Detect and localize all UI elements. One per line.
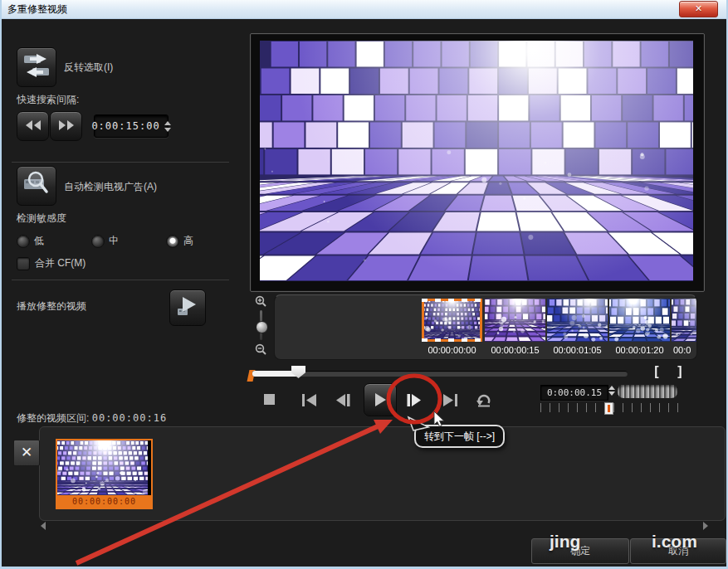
playback-timecode-value: 0:00:00.15	[547, 387, 602, 398]
zoom-out-icon[interactable]	[255, 343, 267, 359]
play-trimmed-button[interactable]	[169, 289, 206, 326]
stop-icon	[264, 394, 276, 406]
ok-button-label: 确定	[570, 544, 590, 558]
go-to-end-icon	[442, 394, 458, 406]
radio-icon	[17, 235, 30, 248]
mark-in-button[interactable]: [	[648, 363, 665, 380]
timeline-thumbnail-2[interactable]	[485, 299, 545, 342]
separator	[12, 280, 229, 280]
titlebar[interactable]: 多重修整视频	[2, 0, 726, 19]
timeline-zoom-knob[interactable]	[256, 321, 268, 333]
invert-selection-icon	[22, 51, 51, 84]
checkbox-icon[interactable]	[17, 257, 30, 270]
play-icon	[373, 392, 388, 407]
radio-icon	[166, 235, 179, 248]
thumbnail-timestamp: 00:00:00:00	[422, 345, 482, 355]
play-trimmed-label: 播放修整的视频	[17, 299, 86, 314]
sensitivity-high-label: 高	[183, 234, 193, 248]
detect-magnifier-icon	[21, 168, 52, 203]
trim-range-value: 00:00:00:16	[92, 412, 167, 424]
invert-selection-button[interactable]	[17, 47, 56, 87]
dialog-title: 多重修整视频	[7, 3, 67, 15]
thumbnail-timestamp: 00:00:01:05	[547, 345, 608, 355]
scroll-left-icon[interactable]	[41, 522, 46, 530]
timeline-thumbnail-1[interactable]	[422, 299, 482, 342]
thumbnail-timestamp: 00:00:00:15	[485, 345, 545, 355]
quick-search-interval-label: 快速搜索间隔:	[17, 93, 79, 107]
close-icon: ✕	[695, 3, 702, 13]
cancel-button-label: 取消	[668, 544, 688, 558]
merge-cf-checkbox-row[interactable]: 合并 CF(M)	[17, 256, 86, 270]
go-to-end-button[interactable]	[439, 391, 461, 408]
stop-button[interactable]	[259, 391, 281, 408]
merge-cf-label: 合并 CF(M)	[35, 256, 86, 270]
rewind-icon	[25, 119, 42, 134]
trim-range-label: 修整的视频区间:	[17, 412, 89, 424]
rewind-button[interactable]	[17, 111, 49, 141]
spinner-down-icon[interactable]	[164, 128, 171, 132]
next-frame-tooltip: 转到下一帧 [-->]	[414, 425, 505, 448]
delete-icon: ✕	[21, 445, 32, 460]
previous-frame-icon	[335, 394, 350, 406]
mark-out-button[interactable]: ]	[672, 363, 688, 380]
ok-button[interactable]: 确定	[531, 538, 629, 564]
frame-ruler-marker[interactable]	[604, 402, 613, 415]
sensitivity-mid-label: 中	[109, 234, 119, 248]
preview-video	[260, 41, 693, 281]
thumbnail-timestamp: 00:00:01:20	[609, 345, 670, 355]
interval-spinner[interactable]	[164, 121, 171, 132]
next-frame-button[interactable]	[403, 391, 425, 408]
auto-detect-ads-label: 自动检测电视广告(A)	[64, 180, 157, 194]
search-interval-field[interactable]: 0:00:15:00	[94, 114, 169, 138]
go-to-start-icon	[301, 394, 318, 406]
timecode-spinner[interactable]	[608, 386, 615, 396]
sensitivity-radio-low[interactable]: 低	[17, 234, 44, 248]
fast-forward-icon	[58, 119, 75, 134]
separator	[12, 162, 229, 163]
cancel-button[interactable]: 取消	[630, 538, 726, 564]
timeline-storyboard[interactable]: 00:00:00:00 00:00:00:15 00:00:01:05 00:0…	[274, 294, 697, 360]
playback-timecode-field[interactable]: 0:00:00.15	[540, 385, 608, 401]
timeline-thumbnail-5[interactable]	[672, 299, 697, 342]
jog-wheel[interactable]	[617, 384, 678, 399]
scrubber-track[interactable]	[252, 371, 628, 377]
clip-timestamp: 00:00:00:00	[57, 495, 151, 508]
repeat-button[interactable]	[473, 391, 495, 408]
tooltip-text: 转到下一帧 [-->]	[424, 430, 495, 442]
spinner-up-icon[interactable]	[608, 386, 615, 390]
repeat-icon	[476, 393, 492, 407]
thumbnail-timestamp: 00:0	[672, 345, 697, 355]
mark-in-label: [	[654, 364, 658, 378]
play-film-icon	[175, 294, 200, 322]
spinner-down-icon[interactable]	[608, 391, 615, 396]
close-button[interactable]: ✕	[679, 1, 718, 17]
auto-detect-ads-button[interactable]	[17, 166, 56, 206]
sensitivity-label: 检测敏感度	[17, 212, 66, 226]
timeline-thumbnail-3[interactable]	[547, 299, 608, 342]
previous-frame-button[interactable]	[332, 391, 354, 408]
trimmed-clip-item[interactable]: 00:00:00:00	[56, 439, 153, 509]
sensitivity-low-label: 低	[34, 234, 44, 248]
trim-range-row: 修整的视频区间: 00:00:00:16	[17, 411, 167, 426]
radio-icon	[91, 235, 105, 248]
scroll-right-icon[interactable]	[703, 522, 708, 530]
sensitivity-radio-mid[interactable]: 中	[91, 234, 119, 248]
multi-trim-video-dialog: 多重修整视频 ✕ 反转选取(I) 快速搜索间隔: 0:00:15:00	[0, 0, 728, 569]
sensitivity-radio-high[interactable]: 高	[166, 234, 193, 248]
go-to-start-button[interactable]	[299, 391, 320, 408]
spinner-up-icon[interactable]	[164, 121, 171, 125]
next-frame-icon	[407, 394, 422, 406]
search-interval-value: 0:00:15:00	[91, 120, 159, 132]
delete-clip-button[interactable]: ✕	[13, 440, 40, 466]
mark-out-label: ]	[677, 364, 682, 378]
fast-forward-button[interactable]	[50, 111, 82, 141]
zoom-in-icon[interactable]	[255, 295, 267, 311]
play-button[interactable]	[364, 383, 397, 416]
invert-selection-label: 反转选取(I)	[64, 61, 113, 75]
timeline-thumbnail-4[interactable]	[609, 299, 670, 342]
